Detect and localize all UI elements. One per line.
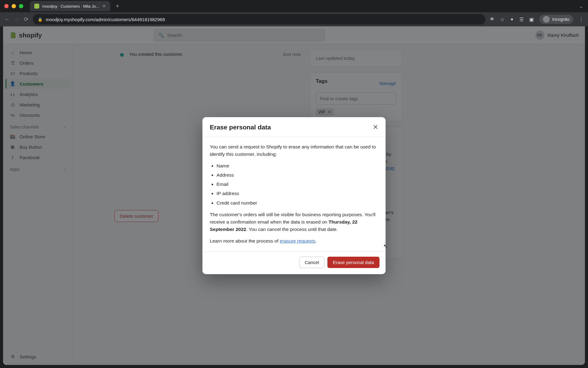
modal-list: Name Address Email IP address Credit car…: [217, 162, 378, 206]
maximize-window-icon[interactable]: [19, 4, 23, 8]
reload-icon[interactable]: ⟳: [24, 16, 28, 23]
minimize-window-icon[interactable]: [12, 4, 16, 8]
incognito-label: Incognito: [552, 17, 570, 22]
lock-icon: 🔒: [38, 17, 43, 22]
list-item: Email: [217, 181, 378, 188]
url-text: moodjoy.myshopify.com/admin/customers/64…: [46, 17, 165, 22]
window-controls: [4, 4, 23, 8]
reading-list-icon[interactable]: ☰: [519, 17, 524, 22]
modal-intro: You can send a request to Shopify to era…: [210, 143, 378, 158]
forward-icon[interactable]: →: [14, 16, 20, 23]
modal-overlay[interactable]: Erase personal data ✕ You can send a req…: [3, 26, 585, 365]
list-item: Name: [217, 162, 378, 170]
side-panel-icon[interactable]: ▣: [529, 17, 534, 22]
new-tab-icon[interactable]: +: [113, 3, 122, 10]
bookmark-icon[interactable]: ☆: [500, 17, 504, 22]
tab-title: moodjoy · Customers · Mila Jo...: [42, 4, 99, 9]
modal-title: Erase personal data: [210, 124, 271, 131]
close-tab-icon[interactable]: ✕: [102, 4, 106, 9]
erasure-requests-link[interactable]: erasure requests: [280, 238, 315, 243]
cancel-button[interactable]: Cancel: [300, 257, 324, 268]
list-item: Credit card number: [217, 199, 378, 207]
address-bar[interactable]: 🔒 moodjoy.myshopify.com/admin/customers/…: [33, 14, 485, 25]
close-window-icon[interactable]: [4, 4, 9, 8]
incognito-indicator[interactable]: Incognito: [539, 15, 573, 24]
browser-tab[interactable]: moodjoy · Customers · Mila Jo... ✕: [30, 1, 110, 11]
app-shell: shopify 🔍 Search RK Ramy Khuffash ⌂Home …: [3, 26, 585, 365]
close-icon[interactable]: ✕: [373, 123, 378, 131]
kebab-menu-icon[interactable]: ⋮: [579, 17, 584, 22]
text: Learn more about the process of: [210, 238, 280, 243]
modal-paragraph-2: The customer's orders will still be visi…: [210, 211, 378, 233]
tabs-dropdown-icon[interactable]: ⌄: [579, 3, 583, 9]
list-item: IP address: [217, 190, 378, 197]
browser-chrome: moodjoy · Customers · Mila Jo... ✕ + ⌄ ←…: [0, 0, 588, 26]
confirm-erase-button[interactable]: Erase personal data: [327, 257, 379, 268]
tracking-icon[interactable]: 👁: [490, 17, 495, 22]
favicon-icon: [34, 4, 39, 9]
incognito-icon: [543, 16, 550, 23]
text: . You can cancel the process until that …: [246, 227, 338, 232]
erase-data-modal: Erase personal data ✕ You can send a req…: [202, 117, 386, 274]
extensions-icon[interactable]: ✦: [510, 17, 514, 22]
list-item: Address: [217, 171, 378, 179]
back-icon[interactable]: ←: [4, 16, 10, 23]
modal-learn-more: Learn more about the process of erasure …: [210, 237, 378, 245]
